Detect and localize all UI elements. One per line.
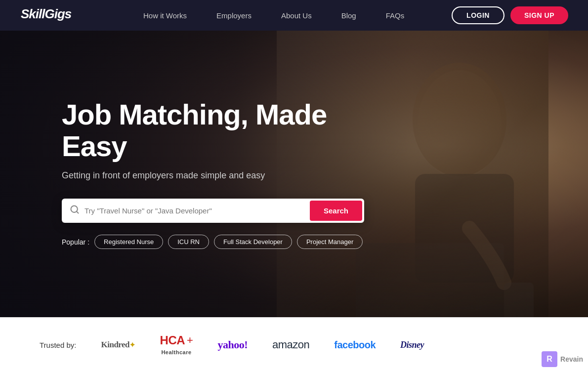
svg-text:SkillGigs: SkillGigs xyxy=(21,6,72,21)
popular-tag-icu-rn[interactable]: ICU RN xyxy=(168,235,209,249)
navbar: SkillGigs How it Works Employers About U… xyxy=(0,0,588,31)
popular-label: Popular : xyxy=(62,238,89,246)
nav-about-us[interactable]: About Us xyxy=(266,0,327,31)
hero-title: Job Matching, Made Easy xyxy=(62,99,376,162)
search-icon xyxy=(70,205,80,217)
search-input[interactable] xyxy=(84,207,310,215)
amazon-logo: amazon xyxy=(272,338,309,351)
login-button[interactable]: LOGIN xyxy=(452,6,504,24)
hero-subtitle: Getting in front of employers made simpl… xyxy=(62,170,376,181)
search-box: Search xyxy=(62,199,364,223)
facebook-logo: facebook xyxy=(334,339,376,351)
brand-logo[interactable]: SkillGigs xyxy=(20,4,99,27)
popular-tag-full-stack-developer[interactable]: Full Stack Developer xyxy=(214,235,292,249)
yahoo-logo: yahoo! xyxy=(217,338,248,351)
trusted-label: Trusted by: xyxy=(40,341,76,349)
search-button[interactable]: Search xyxy=(310,201,362,221)
nav-employers[interactable]: Employers xyxy=(202,0,266,31)
svg-line-9 xyxy=(77,211,79,213)
hero-content: Job Matching, Made Easy Getting in front… xyxy=(0,99,376,249)
nav-links: How it Works Employers About Us Blog FAQ… xyxy=(128,0,452,31)
hero-section: Job Matching, Made Easy Getting in front… xyxy=(0,31,588,317)
disney-logo: Disney xyxy=(400,340,424,350)
revain-watermark: R Revain xyxy=(542,351,583,367)
revain-icon: R xyxy=(542,351,557,367)
trusted-section: Trusted by: Kindred✦ HCA + Healthcare ya… xyxy=(0,317,588,372)
nav-buttons: LOGIN SIGN UP xyxy=(452,6,568,24)
popular-tag-project-manager[interactable]: Project Manager xyxy=(297,235,363,249)
popular-row: Popular : Registered Nurse ICU RN Full S… xyxy=(62,235,376,249)
popular-tag-registered-nurse[interactable]: Registered Nurse xyxy=(94,235,163,249)
revain-text: Revain xyxy=(560,355,583,363)
hca-logo: HCA + Healthcare xyxy=(160,333,193,356)
trusted-logos: Kindred✦ HCA + Healthcare yahoo! amazon … xyxy=(101,333,548,356)
kindred-logo: Kindred✦ xyxy=(101,340,135,350)
logo-text: SkillGigs xyxy=(20,4,99,27)
nav-faqs[interactable]: FAQs xyxy=(371,0,420,31)
nav-blog[interactable]: Blog xyxy=(327,0,371,31)
signup-button[interactable]: SIGN UP xyxy=(510,6,568,24)
nav-how-it-works[interactable]: How it Works xyxy=(128,0,202,31)
